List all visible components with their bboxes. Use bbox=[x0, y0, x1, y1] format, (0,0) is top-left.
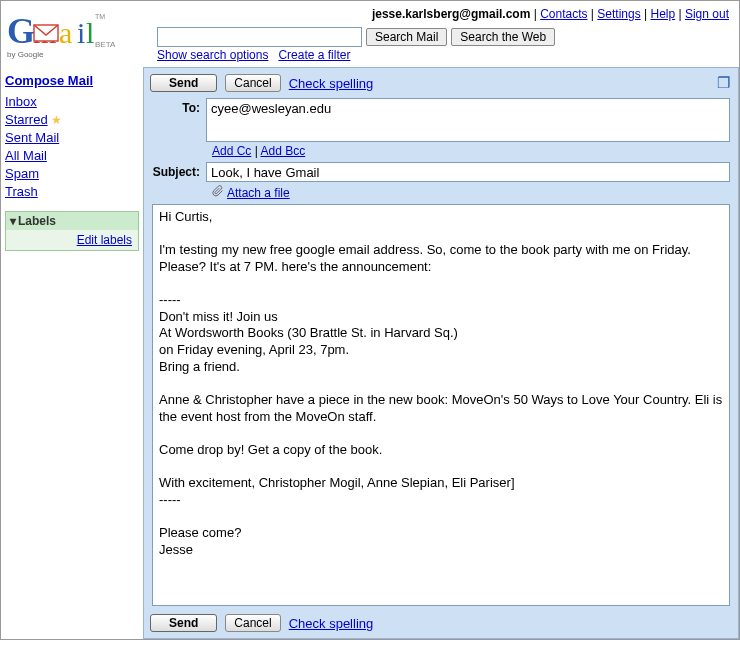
svg-text:l: l bbox=[86, 16, 94, 49]
search-mail-button[interactable]: Search Mail bbox=[366, 28, 447, 46]
svg-text:TM: TM bbox=[95, 13, 105, 20]
send-button-top[interactable]: Send bbox=[150, 74, 217, 92]
create-filter-link[interactable]: Create a filter bbox=[278, 48, 350, 62]
check-spelling-link-bottom[interactable]: Check spelling bbox=[289, 616, 374, 631]
account-bar: jesse.karlsberg@gmail.com | Contacts | S… bbox=[157, 5, 733, 27]
search-input[interactable] bbox=[157, 27, 362, 47]
edit-labels-link[interactable]: Edit labels bbox=[77, 233, 132, 247]
to-label: To: bbox=[152, 98, 206, 115]
help-link[interactable]: Help bbox=[650, 7, 675, 21]
compose-mail-link[interactable]: Compose Mail bbox=[5, 73, 93, 88]
settings-link[interactable]: Settings bbox=[597, 7, 640, 21]
compose-form: To: cyee@wesleyan.edu Add Cc | Add Bcc S… bbox=[148, 98, 734, 609]
contacts-link[interactable]: Contacts bbox=[540, 7, 587, 21]
attach-file-link[interactable]: Attach a file bbox=[227, 186, 290, 200]
cancel-button-bottom[interactable]: Cancel bbox=[225, 614, 280, 632]
main: Compose Mail Inbox Starred ★ Sent Mail A… bbox=[1, 67, 739, 639]
cc-links: Add Cc | Add Bcc bbox=[212, 144, 730, 158]
signout-link[interactable]: Sign out bbox=[685, 7, 729, 21]
add-cc-link[interactable]: Add Cc bbox=[212, 144, 251, 158]
check-spelling-link-top[interactable]: Check spelling bbox=[289, 76, 374, 91]
sidebar-item-allmail[interactable]: All Mail bbox=[5, 148, 47, 163]
search-web-button[interactable]: Search the Web bbox=[451, 28, 555, 46]
svg-text:BETA: BETA bbox=[95, 40, 116, 49]
paperclip-icon bbox=[212, 185, 224, 200]
labels-box: ▾ Labels Edit labels bbox=[5, 211, 139, 251]
message-body[interactable]: Hi Curtis, I'm testing my new free googl… bbox=[152, 204, 730, 606]
subject-label: Subject: bbox=[152, 162, 206, 179]
compose-pane: Send Cancel Check spelling ❐ To: cyee@we… bbox=[143, 67, 739, 639]
popout-icon[interactable]: ❐ bbox=[717, 74, 730, 92]
subject-field[interactable] bbox=[206, 162, 730, 182]
sidebar-item-sent[interactable]: Sent Mail bbox=[5, 130, 59, 145]
to-field[interactable]: cyee@wesleyan.edu bbox=[206, 98, 730, 142]
search-row: Search Mail Search the Web bbox=[157, 27, 733, 47]
star-icon: ★ bbox=[51, 113, 62, 127]
show-search-options-link[interactable]: Show search options bbox=[157, 48, 268, 62]
labels-header-text: Labels bbox=[18, 214, 56, 228]
svg-text:i: i bbox=[77, 16, 85, 49]
sidebar-item-spam[interactable]: Spam bbox=[5, 166, 39, 181]
svg-text:a: a bbox=[59, 16, 72, 49]
gmail-logo: G m a i l TM by Google BETA bbox=[7, 5, 157, 65]
bottom-action-row: Send Cancel Check spelling bbox=[148, 609, 734, 634]
svg-text:by Google: by Google bbox=[7, 50, 44, 59]
sidebar-item-starred[interactable]: Starred bbox=[5, 112, 48, 127]
account-email: jesse.karlsberg@gmail.com bbox=[372, 7, 530, 21]
header: G m a i l TM by Google BETA jesse.karlsb… bbox=[1, 1, 739, 67]
search-links: Show search options Create a filter bbox=[157, 48, 733, 62]
send-button-bottom[interactable]: Send bbox=[150, 614, 217, 632]
add-bcc-link[interactable]: Add Bcc bbox=[260, 144, 305, 158]
triangle-down-icon: ▾ bbox=[10, 214, 16, 228]
sidebar-item-inbox[interactable]: Inbox bbox=[5, 94, 37, 109]
app-window: G m a i l TM by Google BETA jesse.karlsb… bbox=[0, 0, 740, 640]
sidebar-item-trash[interactable]: Trash bbox=[5, 184, 38, 199]
svg-text:G: G bbox=[7, 11, 35, 51]
labels-header[interactable]: ▾ Labels bbox=[6, 212, 138, 230]
top-action-row: Send Cancel Check spelling ❐ bbox=[148, 72, 734, 98]
sidebar: Compose Mail Inbox Starred ★ Sent Mail A… bbox=[1, 67, 143, 639]
cancel-button-top[interactable]: Cancel bbox=[225, 74, 280, 92]
